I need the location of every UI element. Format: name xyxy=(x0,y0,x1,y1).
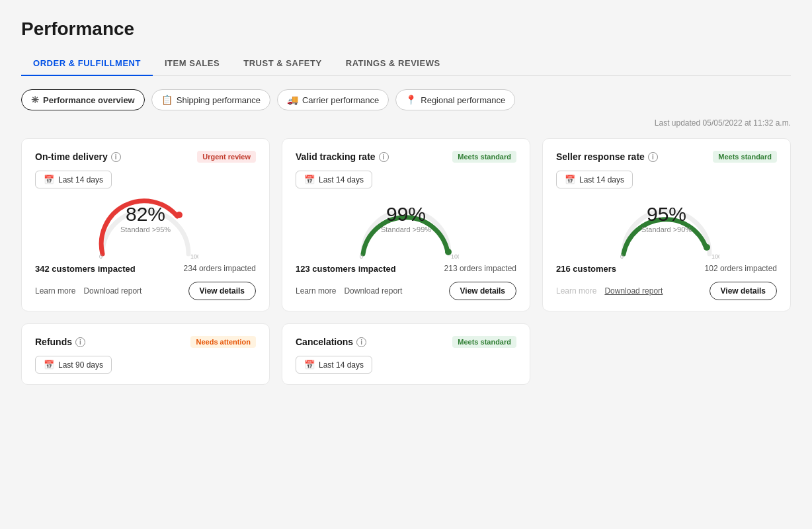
gauge-wrap-1: 0 100 82% Standard >95% xyxy=(93,198,198,257)
learn-more-link-3[interactable]: Learn more xyxy=(556,286,596,296)
stat-right-3: 102 orders impacted xyxy=(705,264,777,274)
info-icon-valid-tracking: i xyxy=(379,152,389,162)
svg-text:0: 0 xyxy=(99,253,102,260)
card-on-time-delivery: On-time delivery i Urgent review 📅 Last … xyxy=(21,138,270,311)
card-header-cancelations: Cancelations i Meets standard xyxy=(296,336,516,348)
svg-text:0: 0 xyxy=(360,253,363,260)
card-header-refunds: Refunds i Needs attention xyxy=(35,336,256,348)
view-details-btn-2[interactable]: View details xyxy=(449,282,516,300)
card-refunds: Refunds i Needs attention 📅 Last 90 days xyxy=(21,323,270,385)
card-seller-response-rate: Seller response rate i Meets standard 📅 … xyxy=(542,138,791,311)
subtab-regional-performance[interactable]: 📍 Regional performance xyxy=(395,89,515,110)
gauge-on-time-delivery: 0 100 82% Standard >95% xyxy=(35,198,256,257)
view-details-btn-3[interactable]: View details xyxy=(710,282,777,300)
sub-tabs-bar: ✳ Performance overview 📋 Shipping perfor… xyxy=(21,89,791,110)
badge-valid-tracking: Meets standard xyxy=(452,151,516,163)
gauge-seller-response: 0 100 95% Standard >90% xyxy=(556,198,777,257)
badge-seller-response: Meets standard xyxy=(713,151,777,163)
calendar-icon-4: 📅 xyxy=(44,360,54,370)
info-icon-on-time-delivery: i xyxy=(111,152,121,162)
subtab-label-regional-performance: Regional performance xyxy=(421,95,505,105)
subtab-label-shipping-performance: Shipping performance xyxy=(177,95,261,105)
svg-point-0 xyxy=(176,212,183,218)
download-report-link-2[interactable]: Download report xyxy=(344,286,402,296)
download-report-link-3[interactable]: Download report xyxy=(604,286,663,296)
card-actions-1: Learn more Download report View details xyxy=(35,282,256,300)
date-btn-seller-response[interactable]: 📅 Last 14 days xyxy=(556,171,633,188)
bottom-cards-row: Refunds i Needs attention 📅 Last 90 days… xyxy=(21,323,791,385)
card-header-on-time-delivery: On-time delivery i Urgent review xyxy=(35,151,256,163)
gauge-valid-tracking: 0 100 99% Standard >99% xyxy=(296,198,516,257)
card-title-refunds: Refunds i xyxy=(35,337,85,347)
card-title-cancelations: Cancelations i xyxy=(296,337,366,347)
card-cancelations: Cancelations i Meets standard 📅 Last 14 … xyxy=(282,323,530,385)
card-title-on-time-delivery: On-time delivery i xyxy=(35,151,121,162)
card-header-valid-tracking-rate: Valid tracking rate i Meets standard xyxy=(296,151,516,163)
card-header-seller-response-rate: Seller response rate i Meets standard xyxy=(556,151,777,163)
stat-left-3: 216 customers xyxy=(556,264,616,274)
carrier-performance-icon: 🚚 xyxy=(287,95,298,105)
shipping-performance-icon: 📋 xyxy=(161,95,173,105)
main-tabs-bar: ORDER & FULFILLMENT ITEM SALES TRUST & S… xyxy=(21,52,791,76)
info-icon-refunds: i xyxy=(75,337,85,347)
tab-trust-safety[interactable]: TRUST & SAFETY xyxy=(231,52,334,76)
stat-left-1: 342 customers impacted xyxy=(35,264,136,274)
badge-on-time-delivery: Urgent review xyxy=(197,151,256,163)
date-btn-valid-tracking[interactable]: 📅 Last 14 days xyxy=(296,171,372,188)
svg-point-6 xyxy=(704,244,710,251)
stat-right-2: 213 orders impacted xyxy=(444,264,516,274)
date-btn-on-time-delivery[interactable]: 📅 Last 14 days xyxy=(35,171,112,188)
top-cards-row: On-time delivery i Urgent review 📅 Last … xyxy=(21,138,791,311)
calendar-icon-1: 📅 xyxy=(44,175,54,184)
svg-text:100: 100 xyxy=(451,253,459,260)
learn-more-link-1[interactable]: Learn more xyxy=(35,286,75,296)
performance-overview-icon: ✳ xyxy=(31,95,39,105)
info-icon-cancelations: i xyxy=(356,337,366,347)
page-title: Performance xyxy=(21,19,791,40)
regional-performance-icon: 📍 xyxy=(405,95,417,105)
gauge-wrap-3: 0 100 95% Standard >90% xyxy=(614,198,719,257)
date-btn-cancelations[interactable]: 📅 Last 14 days xyxy=(296,356,372,374)
svg-text:100: 100 xyxy=(711,253,719,260)
tab-order-fulfillment[interactable]: ORDER & FULFILLMENT xyxy=(21,52,153,76)
calendar-icon-2: 📅 xyxy=(304,175,315,184)
svg-text:100: 100 xyxy=(190,253,198,260)
last-updated-text: Last updated 05/05/2022 at 11:32 a.m. xyxy=(21,118,791,128)
subtab-label-performance-overview: Performance overview xyxy=(43,95,135,105)
subtab-performance-overview[interactable]: ✳ Performance overview xyxy=(21,89,145,110)
calendar-icon-3: 📅 xyxy=(565,175,575,184)
card-title-seller-response-rate: Seller response rate i xyxy=(556,151,658,162)
stat-right-1: 234 orders impacted xyxy=(184,264,256,274)
stats-row-2: 123 customers impacted 213 orders impact… xyxy=(296,264,516,274)
info-icon-seller-response: i xyxy=(648,152,658,162)
subtab-label-carrier-performance: Carrier performance xyxy=(302,95,379,105)
stats-row-3: 216 customers 102 orders impacted xyxy=(556,264,777,274)
subtab-carrier-performance[interactable]: 🚚 Carrier performance xyxy=(277,89,389,110)
gauge-svg-2: 0 100 xyxy=(353,198,459,261)
page-container: Performance ORDER & FULFILLMENT ITEM SAL… xyxy=(0,0,812,529)
card-valid-tracking-rate: Valid tracking rate i Meets standard 📅 L… xyxy=(282,138,530,311)
learn-more-link-2[interactable]: Learn more xyxy=(296,286,336,296)
tab-item-sales[interactable]: ITEM SALES xyxy=(153,52,231,76)
subtab-shipping-performance[interactable]: 📋 Shipping performance xyxy=(151,89,270,110)
tab-ratings-reviews[interactable]: RATINGS & REVIEWS xyxy=(334,52,452,76)
badge-refunds: Needs attention xyxy=(190,336,256,348)
view-details-btn-1[interactable]: View details xyxy=(188,282,256,300)
stats-row-1: 342 customers impacted 234 orders impact… xyxy=(35,264,256,274)
empty-card-slot xyxy=(542,323,791,385)
date-btn-refunds[interactable]: 📅 Last 90 days xyxy=(35,356,112,374)
gauge-svg-1: 0 100 xyxy=(93,198,198,261)
svg-text:0: 0 xyxy=(620,253,624,260)
card-actions-3: Learn more Download report View details xyxy=(556,282,777,300)
calendar-icon-5: 📅 xyxy=(304,360,315,370)
card-actions-2: Learn more Download report View details xyxy=(296,282,516,300)
gauge-wrap-2: 0 100 99% Standard >99% xyxy=(353,198,459,257)
badge-cancelations: Meets standard xyxy=(452,336,516,348)
download-report-link-1[interactable]: Download report xyxy=(83,286,142,296)
card-title-valid-tracking-rate: Valid tracking rate i xyxy=(296,151,389,162)
stat-left-2: 123 customers impacted xyxy=(296,264,396,274)
gauge-svg-3: 0 100 xyxy=(614,198,719,261)
